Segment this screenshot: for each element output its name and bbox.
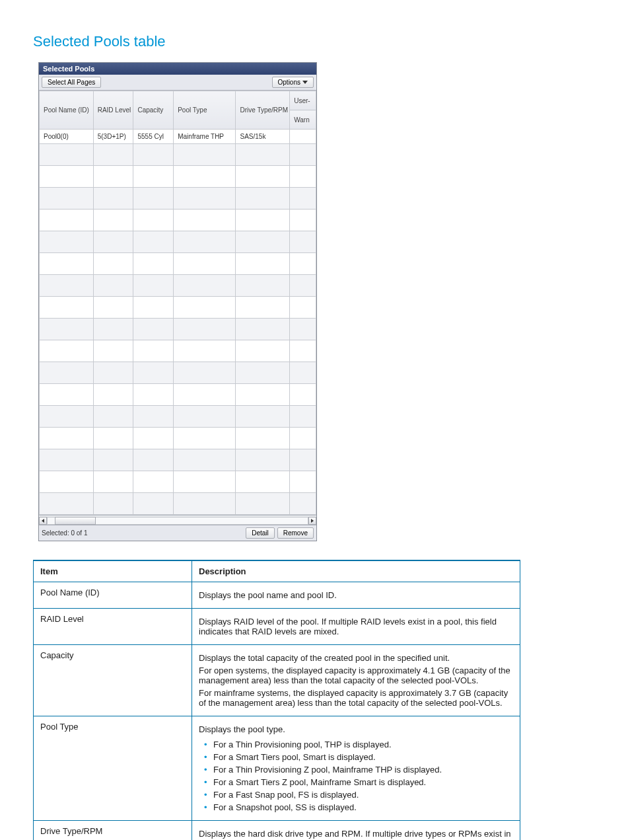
table-cell-empty [174,340,236,362]
table-cell[interactable]: 5(3D+1P) [93,130,133,144]
table-cell-empty [174,428,236,449]
table-cell-empty [40,231,94,253]
table-cell-empty [174,210,236,231]
desc-paragraph: Displays the total capacity of the creat… [199,653,513,663]
table-cell-empty [93,471,133,493]
desc-description: Displays the pool type.For a Thin Provis… [192,716,520,821]
desc-paragraph: Displays the hard disk drive type and RP… [199,829,513,840]
options-label: Options [278,79,300,86]
col-user-top[interactable]: User- [290,91,316,110]
table-cell-empty [40,471,94,493]
desc-item: Capacity [34,645,192,716]
scroll-thumb[interactable] [55,517,96,525]
table-cell-empty [236,406,290,428]
table-cell-empty [40,188,94,210]
table-cell-empty [93,428,133,449]
table-cell-empty [133,297,174,319]
table-cell-empty [133,275,174,297]
table-cell-empty [133,384,174,406]
table-cell-empty [236,384,290,406]
scroll-right-button[interactable] [308,517,316,525]
table-cell-empty [93,340,133,362]
col-capacity[interactable]: Capacity [133,91,174,130]
col-pool-type[interactable]: Pool Type [174,91,236,130]
table-cell-empty [93,144,133,166]
table-cell-empty [174,493,236,515]
table-cell-empty [236,340,290,362]
table-cell-empty [40,253,94,275]
table-cell-empty [133,449,174,471]
col-raid-level[interactable]: RAID Level [93,91,133,130]
table-cell-empty [290,188,316,210]
table-cell-empty [40,493,94,515]
table-cell-empty [290,406,316,428]
panel-toolbar: Select All Pages Options [39,75,316,91]
table-cell-empty [93,253,133,275]
table-cell-empty [133,493,174,515]
table-cell-empty [93,275,133,297]
table-cell-empty [93,384,133,406]
table-cell-empty [174,166,236,188]
table-cell-empty [133,231,174,253]
desc-paragraph: Displays the pool name and pool ID. [199,590,513,600]
panel-footer: Selected: 0 of 1 Detail Remove [39,525,316,541]
select-all-pages-button[interactable]: Select All Pages [42,77,101,88]
description-table: Item Description Pool Name (ID)Displays … [33,560,520,840]
table-cell-empty [290,340,316,362]
detail-button[interactable]: Detail [246,527,275,539]
table-cell-empty [290,428,316,449]
scroll-left-button[interactable] [39,517,47,525]
table-cell[interactable]: Pool0(0) [40,130,94,144]
table-cell-empty [40,384,94,406]
table-cell-empty [174,449,236,471]
table-cell-empty [290,362,316,384]
table-cell-empty [40,362,94,384]
desc-bullet: For a Snapshot pool, SS is displayed. [213,801,513,814]
table-cell[interactable]: Mainframe THP [174,130,236,144]
table-cell-empty [174,319,236,340]
table-cell-empty [93,406,133,428]
horizontal-scrollbar[interactable] [39,515,316,525]
table-cell-empty [290,319,316,340]
table-cell-empty [133,319,174,340]
desc-description: Displays RAID level of the pool. If mult… [192,609,520,645]
table-cell-empty [133,144,174,166]
desc-bullet-list: For a Thin Provisioning pool, THP is dis… [199,738,513,814]
table-cell-empty [236,210,290,231]
options-button[interactable]: Options [272,77,314,88]
table-cell-empty [236,144,290,166]
desc-bullet: For a Thin Provisioning pool, THP is dis… [213,738,513,751]
table-cell-empty [174,188,236,210]
table-cell[interactable]: 5555 Cyl [133,130,174,144]
table-cell-empty [236,166,290,188]
table-cell[interactable]: SAS/15k [236,130,290,144]
table-cell-empty [174,471,236,493]
remove-button[interactable]: Remove [277,527,314,539]
table-cell-empty [40,144,94,166]
table-cell-empty [290,253,316,275]
table-cell[interactable] [290,130,316,144]
desc-item: RAID Level [34,609,192,645]
table-cell-empty [290,449,316,471]
table-cell-empty [93,319,133,340]
desc-head-item: Item [34,560,192,582]
table-cell-empty [40,297,94,319]
table-cell-empty [236,493,290,515]
table-cell-empty [174,406,236,428]
table-cell-empty [40,166,94,188]
table-cell-empty [174,275,236,297]
table-cell-empty [174,231,236,253]
table-cell-empty [290,166,316,188]
table-cell-empty [133,340,174,362]
desc-bullet: For a Fast Snap pool, FS is displayed. [213,788,513,801]
desc-paragraph: Displays RAID level of the pool. If mult… [199,617,513,636]
col-user-warn[interactable]: Warn [290,110,316,130]
col-drive-type[interactable]: Drive Type/RPM [236,91,290,130]
table-cell-empty [40,275,94,297]
table-cell-empty [133,210,174,231]
table-cell-empty [93,188,133,210]
col-pool-name[interactable]: Pool Name (ID) [40,91,94,130]
selected-pools-panel: Selected Pools Select All Pages Options … [38,62,317,541]
desc-item: Drive Type/RPM [34,821,192,841]
table-cell-empty [93,362,133,384]
